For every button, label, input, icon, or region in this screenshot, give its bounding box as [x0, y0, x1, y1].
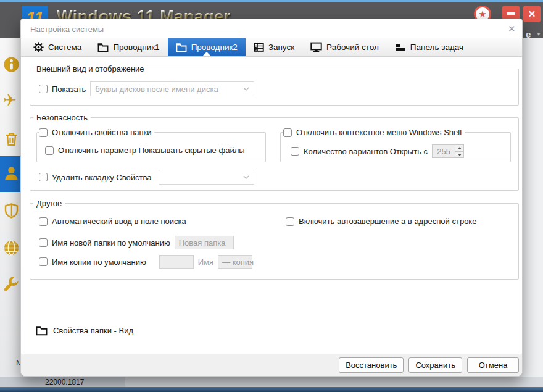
disable-shell-menu-label[interactable]: Отключить контекстное меню Windows Shell — [296, 128, 462, 137]
stepper-up-button[interactable] — [455, 144, 464, 151]
sidebar-item-tools[interactable] — [3, 275, 20, 292]
window-close-button[interactable]: ✕ — [523, 6, 541, 22]
copy-name-label[interactable]: Имя копии по умолчанию — [52, 257, 146, 267]
drive-letter-dropdown[interactable]: буквы дисков после имени диска — [90, 81, 254, 96]
auto-type-search-checkbox[interactable] — [39, 217, 48, 226]
disable-shell-menu-checkbox[interactable] — [283, 128, 292, 137]
tab-label: Система — [48, 43, 81, 52]
sidebar-item-customization[interactable] — [3, 165, 20, 181]
new-folder-name-input[interactable]: Новая папка — [175, 236, 234, 249]
disable-show-hidden-label[interactable]: Отключить параметр Показывать скрытые фа… — [58, 146, 245, 155]
shield-icon — [3, 202, 20, 219]
tab-explorer2[interactable]: Проводник2 — [168, 38, 246, 56]
airplane-icon: ✈ — [3, 91, 17, 109]
chevron-down-icon: ▼ — [536, 31, 541, 37]
tab-taskbar[interactable]: Панель задач — [387, 38, 471, 56]
disable-folder-options-checkbox[interactable] — [39, 128, 48, 137]
settings-tabbar: Система Проводник1 Проводник2 Запуск Раб… — [21, 38, 522, 57]
grid-icon — [254, 42, 264, 52]
minimize-icon — [507, 12, 515, 15]
tab-label: Рабочий стол — [326, 43, 379, 52]
properties-tab-dropdown[interactable] — [159, 170, 254, 185]
show-checkbox[interactable] — [39, 85, 48, 93]
info-icon — [3, 56, 20, 73]
taskbar-icon — [395, 43, 406, 52]
group-security-legend: Безопасность — [33, 113, 91, 122]
triangle-up-icon — [458, 147, 462, 149]
sidebar-item-info[interactable] — [3, 56, 20, 73]
sidebar-item-internet[interactable] — [3, 240, 20, 256]
row-show-drive-letters: Показать буквы дисков после имени диска — [39, 81, 254, 96]
sidebar-item-cleaner[interactable] — [3, 131, 20, 148]
tab-desktop[interactable]: Рабочий стол — [302, 38, 387, 56]
row-copy-name: Имя копии по умолчанию Имя — копия — [39, 255, 252, 269]
open-with-count-checkbox[interactable] — [291, 147, 299, 156]
drive-letter-dropdown-value: буквы дисков после имени диска — [95, 85, 218, 94]
triangle-down-icon — [458, 154, 462, 156]
group-appearance-legend: Внешний вид и отображение — [33, 64, 147, 73]
sidebar: ✈ — [0, 38, 23, 377]
cancel-button[interactable]: Отмена — [467, 357, 519, 373]
tab-label: Проводник1 — [113, 43, 159, 52]
copy-suffix-input[interactable]: — копия — [218, 255, 252, 269]
system-settings-dialog: Настройка системы ✕ Система Проводник1 П… — [20, 19, 523, 377]
dialog-footer: Восстановить Сохранить Отмена — [21, 354, 522, 376]
language-dropdown-fragment[interactable]: e — [526, 29, 531, 40]
folder-icon — [176, 43, 187, 52]
auto-type-search-label[interactable]: Автоматический ввод в поле поиска — [52, 217, 186, 226]
disable-folder-options-label[interactable]: Отключить свойства папки — [52, 128, 151, 137]
open-with-count-stepper: 255 — [432, 144, 464, 158]
save-button[interactable]: Сохранить — [408, 357, 462, 373]
folder-icon — [97, 43, 109, 52]
os-build-version: 22000.1817 — [45, 378, 84, 386]
statusbar: 22000.1817 — [0, 377, 543, 387]
folder-icon — [36, 325, 48, 336]
copy-name-checkbox[interactable] — [39, 257, 48, 266]
row-open-with-count: Количество вариантов Открыть с 255 — [291, 144, 464, 158]
sidebar-item-security[interactable] — [3, 202, 20, 219]
autocomplete-address-checkbox[interactable] — [286, 217, 294, 226]
monitor-icon — [310, 42, 322, 52]
stepper-down-button[interactable] — [455, 151, 464, 158]
row-new-folder-name: Имя новой папки по умолчанию Новая папка — [39, 236, 234, 249]
globe-icon — [3, 240, 20, 256]
chevron-down-icon — [243, 87, 249, 91]
row-disable-folder-options: Отключить свойства папки — [39, 128, 154, 137]
tab-system[interactable]: Система — [25, 38, 89, 56]
tab-label: Панель задач — [410, 43, 463, 52]
wrench-icon — [3, 275, 20, 292]
window-bottom-border — [0, 387, 543, 392]
tab-startup[interactable]: Запуск — [246, 38, 302, 56]
tab-label: Запуск — [268, 43, 294, 52]
row-autocomplete-address: Включить автозавершение а в адресной стр… — [286, 217, 476, 226]
row-remove-properties-tab: Удалить вкладку Свойства — [39, 170, 254, 185]
open-with-count-value[interactable]: 255 — [432, 144, 455, 158]
copy-name-mid-label: Имя — [198, 257, 213, 267]
copy-name-input[interactable] — [159, 255, 194, 269]
trash-icon — [3, 131, 20, 148]
gear-icon — [33, 42, 44, 52]
dialog-title: Настройка системы — [30, 25, 104, 34]
statusbar-segment — [125, 377, 543, 387]
remove-properties-tab-label[interactable]: Удалить вкладку Свойства — [52, 173, 151, 182]
open-with-count-label[interactable]: Количество вариантов Открыть с — [304, 147, 428, 156]
folder-options-view-label: Свойства папки - Вид — [53, 326, 133, 335]
new-folder-name-label[interactable]: Имя новой папки по умолчанию — [52, 238, 170, 248]
user-icon — [3, 165, 20, 181]
tab-label: Проводник2 — [191, 43, 238, 52]
dialog-close-icon[interactable]: ✕ — [508, 23, 516, 35]
remove-properties-tab-checkbox[interactable] — [39, 173, 48, 181]
autocomplete-address-label[interactable]: Включить автозавершение а в адресной стр… — [299, 217, 476, 226]
tab-explorer1[interactable]: Проводник1 — [89, 38, 167, 56]
row-disable-show-hidden: Отключить параметр Показывать скрытые фа… — [45, 146, 245, 155]
folder-options-view-link[interactable]: Свойства папки - Вид — [36, 325, 133, 336]
show-checkbox-label[interactable]: Показать — [52, 85, 86, 94]
chevron-down-icon — [243, 175, 249, 179]
new-folder-name-checkbox[interactable] — [39, 238, 48, 247]
restore-button[interactable]: Восстановить — [339, 357, 404, 373]
row-auto-type-search: Автоматический ввод в поле поиска — [39, 217, 186, 226]
sidebar-item-network[interactable]: ✈ — [3, 92, 20, 109]
row-disable-shell-menu: Отключить контекстное меню Windows Shell — [283, 128, 465, 137]
group-other-legend: Другое — [33, 199, 65, 208]
disable-show-hidden-checkbox[interactable] — [45, 146, 54, 155]
